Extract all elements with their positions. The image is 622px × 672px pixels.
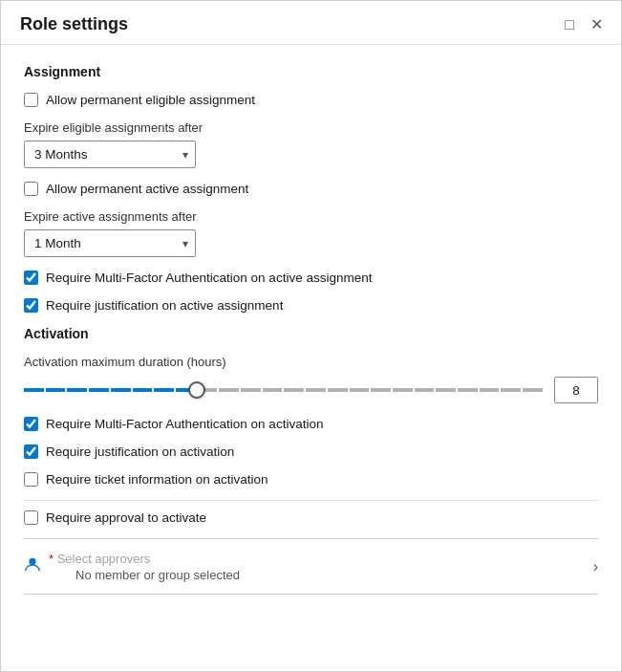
require-justification-active-row: Require justification on active assignme… <box>24 298 598 313</box>
seg-13 <box>284 388 304 392</box>
seg-2 <box>46 388 66 392</box>
dialog-title: Role settings <box>20 14 128 34</box>
seg-11 <box>241 388 261 392</box>
allow-permanent-eligible-checkbox[interactable] <box>24 93 38 107</box>
approvers-chevron-icon: › <box>593 558 598 575</box>
require-justification-active-checkbox[interactable] <box>24 298 38 313</box>
allow-permanent-eligible-label[interactable]: Allow permanent eligible assignment <box>46 93 255 107</box>
seg-10 <box>219 388 239 392</box>
role-settings-dialog: Role settings □ ✕ Assignment Allow perma… <box>0 0 622 672</box>
require-ticket-checkbox[interactable] <box>24 472 38 487</box>
slider-thumb[interactable] <box>188 381 205 399</box>
require-mfa-active-checkbox[interactable] <box>24 271 38 285</box>
allow-permanent-active-row: Allow permanent active assignment <box>24 182 598 196</box>
approvers-row[interactable]: * Select approvers No member or group se… <box>24 549 598 584</box>
seg-15 <box>328 388 348 392</box>
activation-section-header: Activation <box>24 326 598 341</box>
expire-active-select-wrapper: 1 Month 2 Months 3 Months 6 Months 1 Yea… <box>24 229 196 257</box>
require-mfa-active-label[interactable]: Require Multi-Factor Authentication on a… <box>46 271 372 285</box>
seg-4 <box>89 388 109 392</box>
require-approval-checkbox[interactable] <box>24 510 38 525</box>
allow-permanent-active-label[interactable]: Allow permanent active assignment <box>46 182 248 196</box>
expire-active-select[interactable]: 1 Month 2 Months 3 Months 6 Months 1 Yea… <box>24 229 196 257</box>
approvers-sub-label: No member or group selected <box>49 568 240 582</box>
require-justification-activation-label[interactable]: Require justification on activation <box>46 444 234 459</box>
seg-20 <box>436 388 456 392</box>
approvers-section: * Select approvers No member or group se… <box>24 538 598 595</box>
require-mfa-activation-checkbox[interactable] <box>24 417 38 431</box>
title-bar-controls: □ ✕ <box>560 15 606 34</box>
close-button[interactable]: ✕ <box>587 15 606 34</box>
expire-eligible-group: Expire eligible assignments after 1 Mont… <box>24 120 598 168</box>
seg-7 <box>154 388 174 392</box>
seg-21 <box>458 388 478 392</box>
expire-active-label: Expire active assignments after <box>24 209 598 224</box>
approvers-left: * Select approvers No member or group se… <box>24 551 240 582</box>
allow-permanent-active-checkbox[interactable] <box>24 182 38 196</box>
seg-22 <box>480 388 500 392</box>
duration-slider-section: Activation maximum duration (hours) <box>24 355 598 403</box>
seg-23 <box>501 388 521 392</box>
require-approval-label[interactable]: Require approval to activate <box>46 510 206 525</box>
title-bar: Role settings □ ✕ <box>1 1 621 45</box>
require-justification-active-label[interactable]: Require justification on active assignme… <box>46 298 283 313</box>
person-icon <box>24 556 41 577</box>
require-justification-activation-checkbox[interactable] <box>24 444 38 459</box>
seg-24 <box>523 388 543 392</box>
minimize-button[interactable]: □ <box>560 15 579 34</box>
divider <box>24 500 598 501</box>
dialog-content: Assignment Allow permanent eligible assi… <box>1 45 621 671</box>
seg-14 <box>306 388 326 392</box>
approvers-label: * Select approvers <box>49 551 240 566</box>
assignment-section-header: Assignment <box>24 64 598 79</box>
expire-eligible-select-wrapper: 1 Month 2 Months 3 Months 6 Months 1 Yea… <box>24 141 196 168</box>
approvers-required-marker: * <box>49 552 57 566</box>
require-ticket-row: Require ticket information on activation <box>24 472 598 487</box>
seg-12 <box>263 388 283 392</box>
seg-5 <box>111 388 131 392</box>
expire-active-group: Expire active assignments after 1 Month … <box>24 209 598 257</box>
slider-value-box[interactable]: 8 <box>554 377 598 403</box>
seg-19 <box>415 388 435 392</box>
require-mfa-active-row: Require Multi-Factor Authentication on a… <box>24 271 598 285</box>
svg-point-0 <box>29 557 35 564</box>
slider-row: 8 <box>24 377 598 403</box>
require-mfa-activation-label[interactable]: Require Multi-Factor Authentication on a… <box>46 417 323 431</box>
require-approval-row: Require approval to activate <box>24 510 598 525</box>
require-justification-activation-row: Require justification on activation <box>24 444 598 459</box>
approvers-select-label: Select approvers <box>57 552 151 566</box>
seg-3 <box>67 388 87 392</box>
seg-18 <box>393 388 413 392</box>
approvers-label-group: * Select approvers No member or group se… <box>49 551 240 582</box>
expire-eligible-label: Expire eligible assignments after <box>24 120 598 135</box>
seg-16 <box>350 388 370 392</box>
require-ticket-label[interactable]: Require ticket information on activation <box>46 472 268 487</box>
duration-label: Activation maximum duration (hours) <box>24 355 598 369</box>
seg-1 <box>24 388 44 392</box>
seg-17 <box>371 388 391 392</box>
slider-track[interactable] <box>24 380 543 400</box>
slider-segments <box>24 388 543 392</box>
require-mfa-activation-row: Require Multi-Factor Authentication on a… <box>24 417 598 431</box>
allow-permanent-eligible-row: Allow permanent eligible assignment <box>24 93 598 107</box>
seg-6 <box>133 388 153 392</box>
expire-eligible-select[interactable]: 1 Month 2 Months 3 Months 6 Months 1 Yea… <box>24 141 196 168</box>
